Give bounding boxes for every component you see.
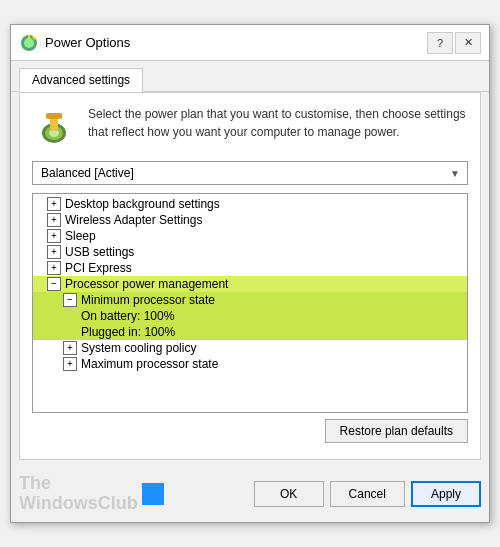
settings-tree[interactable]: + Desktop background settings + Wireless…	[32, 193, 468, 413]
close-button[interactable]: ✕	[455, 32, 481, 54]
title-bar: Power Options ? ✕	[11, 25, 489, 61]
tab-bar: Advanced settings	[11, 61, 489, 92]
tree-item-plugged-in[interactable]: Plugged in: 100%	[33, 324, 467, 340]
window-icon	[19, 33, 39, 53]
expander-wireless[interactable]: +	[47, 213, 61, 227]
label-sleep: Sleep	[65, 229, 463, 243]
svg-rect-7	[50, 117, 58, 131]
action-buttons: OK Cancel Apply	[254, 481, 481, 507]
expander-max-proc[interactable]: +	[63, 357, 77, 371]
label-max-proc: Maximum processor state	[81, 357, 463, 371]
label-sys-cooling: System cooling policy	[81, 341, 463, 355]
info-text: Select the power plan that you want to c…	[88, 105, 468, 141]
svg-point-1	[24, 38, 34, 48]
plan-dropdown-section: Balanced [Active] ▼	[32, 161, 468, 185]
expander-usb[interactable]: +	[47, 245, 61, 259]
window-title: Power Options	[45, 35, 427, 50]
plan-dropdown[interactable]: Balanced [Active]	[32, 161, 468, 185]
expander-sleep[interactable]: +	[47, 229, 61, 243]
expander-processor-mgmt[interactable]: −	[47, 277, 61, 291]
tree-item-usb[interactable]: + USB settings	[33, 244, 467, 260]
plan-dropdown-wrapper: Balanced [Active] ▼	[32, 161, 468, 185]
svg-rect-8	[46, 113, 62, 119]
expander-sys-cooling[interactable]: +	[63, 341, 77, 355]
watermark-text-block: The WindowsClub	[19, 474, 138, 514]
footer-area: The WindowsClub OK Cancel Apply	[11, 468, 489, 522]
tree-item-desktop-bg[interactable]: + Desktop background settings	[33, 196, 467, 212]
apply-button[interactable]: Apply	[411, 481, 481, 507]
tree-item-max-proc[interactable]: + Maximum processor state	[33, 356, 467, 372]
help-button[interactable]: ?	[427, 32, 453, 54]
label-desktop-bg: Desktop background settings	[65, 197, 463, 211]
watermark: The WindowsClub	[19, 474, 164, 514]
content-area: Select the power plan that you want to c…	[19, 92, 481, 460]
restore-section: Restore plan defaults	[32, 413, 468, 447]
ok-button[interactable]: OK	[254, 481, 324, 507]
tree-item-pci[interactable]: + PCI Express	[33, 260, 467, 276]
tree-item-wireless[interactable]: + Wireless Adapter Settings	[33, 212, 467, 228]
tree-item-min-proc[interactable]: − Minimum processor state	[33, 292, 467, 308]
tree-item-processor-mgmt[interactable]: − Processor power management	[33, 276, 467, 292]
expander-pci[interactable]: +	[47, 261, 61, 275]
info-section: Select the power plan that you want to c…	[32, 105, 468, 149]
label-plugged-in: Plugged in: 100%	[81, 325, 463, 339]
restore-defaults-button[interactable]: Restore plan defaults	[325, 419, 468, 443]
label-processor-mgmt: Processor power management	[65, 277, 463, 291]
tree-item-sleep[interactable]: + Sleep	[33, 228, 467, 244]
label-usb: USB settings	[65, 245, 463, 259]
window-controls: ? ✕	[427, 32, 481, 54]
power-options-window: Power Options ? ✕ Advanced settings Sele…	[10, 24, 490, 523]
tree-item-on-battery[interactable]: On battery: 100%	[33, 308, 467, 324]
watermark-line2: WindowsClub	[19, 494, 138, 514]
expander-desktop-bg[interactable]: +	[47, 197, 61, 211]
tree-item-sys-cooling[interactable]: + System cooling policy	[33, 340, 467, 356]
watermark-logo-icon	[142, 483, 164, 505]
label-min-proc: Minimum processor state	[81, 293, 463, 307]
label-wireless: Wireless Adapter Settings	[65, 213, 463, 227]
cancel-button[interactable]: Cancel	[330, 481, 405, 507]
svg-rect-2	[28, 35, 30, 39]
power-plan-icon	[32, 105, 76, 149]
label-pci: PCI Express	[65, 261, 463, 275]
expander-min-proc[interactable]: −	[63, 293, 77, 307]
label-on-battery: On battery: 100%	[81, 309, 463, 323]
advanced-settings-tab[interactable]: Advanced settings	[19, 68, 143, 92]
watermark-line1: The	[19, 474, 138, 494]
